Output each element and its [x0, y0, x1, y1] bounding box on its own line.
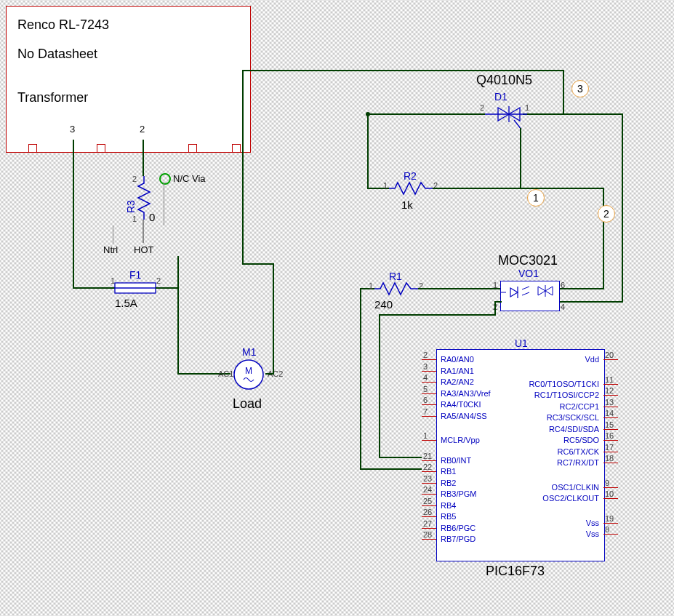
hot-label: HOT [134, 244, 153, 255]
transformer-block: Renco RL-7243 No Datasheet Transformer [6, 6, 251, 153]
nc-via [159, 173, 171, 185]
motor-ref: M1 [242, 346, 256, 358]
opto-ref: VO1 [518, 268, 539, 279]
fuse-ref: F1 [129, 269, 141, 281]
chip-ref: U1 [515, 337, 528, 349]
opto-part: MOC3021 [498, 253, 558, 268]
r2-val: 1k [401, 199, 413, 211]
resistor-r1 [374, 281, 418, 296]
via-label: N/C Via [173, 173, 206, 184]
transformer-line2: No Datasheet [17, 47, 97, 62]
svg-marker-9 [510, 288, 518, 297]
fuse-val: 1.5A [115, 297, 137, 309]
transformer-line3: Transformer [17, 90, 88, 105]
r2-ref: R2 [404, 170, 417, 182]
node-1: 1 [527, 189, 545, 207]
transformer-pin3: 3 [70, 124, 75, 135]
triac-ref: D1 [494, 91, 507, 103]
transformer-pin2: 2 [140, 124, 145, 135]
transformer-line1: Renco RL-7243 [17, 17, 109, 33]
svg-marker-15 [545, 287, 553, 295]
svg-line-12 [522, 287, 529, 289]
svg-text:M: M [245, 366, 252, 376]
r1-val: 240 [374, 298, 393, 311]
node-2: 2 [598, 205, 615, 223]
motor-m1: M [230, 356, 267, 393]
schematic-canvas: Renco RL-7243 No Datasheet Transformer 3… [0, 0, 674, 616]
ntrl-label: Ntrl [103, 244, 118, 255]
motor-label: Load [233, 396, 262, 412]
triac-d1 [484, 102, 527, 131]
r1-ref: R1 [389, 271, 402, 282]
fuse-f1 [115, 281, 156, 295]
chip-part: PIC16F73 [486, 564, 545, 579]
node-3: 3 [571, 80, 589, 97]
svg-line-13 [522, 292, 529, 295]
r3-val: 0 [149, 211, 155, 223]
resistor-r2 [389, 181, 433, 196]
r3-ref: R3 [125, 200, 137, 213]
triac-part: Q4010N5 [476, 73, 532, 88]
svg-marker-14 [538, 287, 545, 295]
